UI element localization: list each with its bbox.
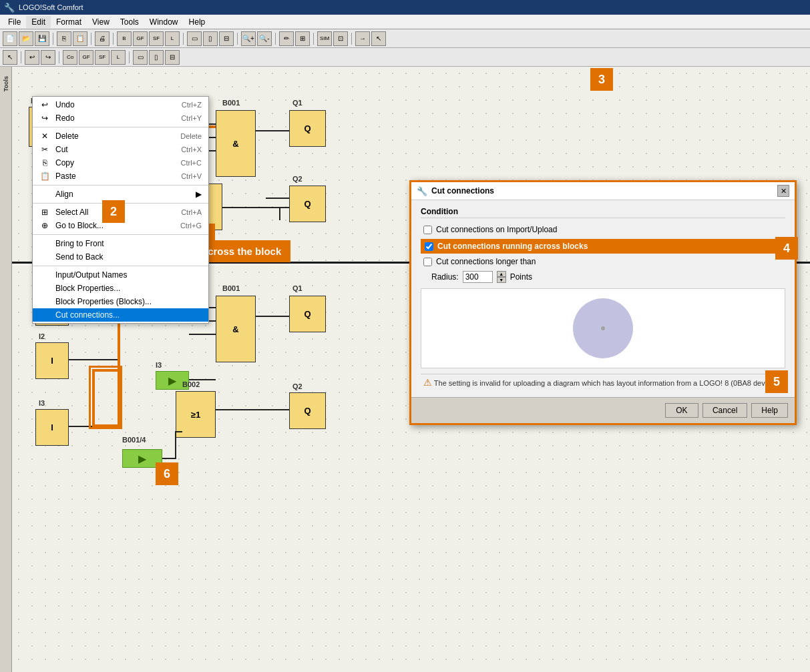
tb-copy[interactable]: ⎘: [57, 31, 71, 46]
tb-arrow[interactable]: →: [355, 31, 370, 46]
menu-view[interactable]: View: [87, 16, 115, 28]
tb-b2[interactable]: GF: [133, 31, 148, 46]
radius-up-button[interactable]: ▲: [497, 271, 506, 277]
tb2-co[interactable]: Co: [63, 50, 77, 65]
tb-b1[interactable]: B: [117, 31, 132, 46]
tb-pencil[interactable]: ✏: [279, 31, 294, 46]
help-button[interactable]: Help: [751, 403, 788, 418]
dd-undo-shortcut: Ctrl+Z: [182, 101, 202, 109]
tb-b3[interactable]: SF: [149, 31, 164, 46]
menu-bar: File Edit Format View Tools Window Help: [0, 15, 810, 29]
bot-b001-label: B001: [222, 284, 240, 292]
tb-layout3[interactable]: ⊟: [219, 31, 234, 46]
dd-copy-label: Copy: [55, 158, 176, 167]
dialog-close-button[interactable]: ✕: [777, 185, 789, 197]
dialog-titlebar: 🔧 Cut connections ✕: [411, 182, 795, 200]
bot-b001-4-wire-h: [176, 431, 182, 432]
menu-help[interactable]: Help: [184, 16, 211, 28]
tb-layout1[interactable]: ▭: [187, 31, 202, 46]
badge-3: 3: [590, 68, 613, 91]
dd-undo[interactable]: ↩ Undo Ctrl+Z: [33, 98, 208, 111]
circle-visualization: [421, 288, 785, 368]
dd-send-back[interactable]: Send to Back: [33, 250, 208, 264]
cut-connections-dialog: 🔧 Cut connections ✕ Condition Cut connec…: [409, 180, 797, 425]
dd-undo-label: Undo: [55, 100, 176, 109]
dd-cut[interactable]: ✂ Cut Ctrl+X: [33, 143, 208, 156]
menu-file[interactable]: File: [3, 16, 26, 28]
tb-zoom-in[interactable]: 🔍+: [241, 31, 256, 46]
title-bar: 🔧 LOGO!Soft Comfort: [0, 0, 810, 15]
menu-tools[interactable]: Tools: [115, 16, 144, 28]
option-across-blocks-row: Cut connections running across blocks: [421, 239, 785, 254]
radius-down-button[interactable]: ▼: [497, 277, 506, 283]
menu-window[interactable]: Window: [144, 16, 184, 28]
dd-block-props-blocks[interactable]: Block Properties (Blocks)...: [33, 295, 208, 308]
badge-5: 5: [765, 370, 788, 393]
undo-icon: ↩: [39, 100, 50, 109]
tb2-v2[interactable]: ▯: [149, 50, 164, 65]
ok-button[interactable]: OK: [665, 403, 698, 418]
tb-extra[interactable]: ⊡: [333, 31, 348, 46]
tb-paste[interactable]: 📋: [73, 31, 87, 46]
top-q2-block: Q: [289, 186, 326, 222]
dd-cut-label: Cut: [55, 145, 176, 154]
dd-redo[interactable]: ↪ Redo Ctrl+Y: [33, 111, 208, 125]
dd-cut-shortcut: Ctrl+X: [181, 145, 202, 153]
tb2-sf[interactable]: SF: [95, 50, 110, 65]
bot-b001-4-label: B001/4: [122, 436, 146, 444]
tb-open[interactable]: 📂: [19, 31, 33, 46]
option-longer-than-checkbox[interactable]: [423, 258, 432, 266]
top-q1-label: Q1: [292, 99, 302, 107]
dd-block-props-blocks-label: Block Properties (Blocks)...: [55, 297, 202, 306]
tb2-v3[interactable]: ⊟: [165, 50, 180, 65]
dd-sep-2: [33, 185, 208, 186]
dd-align[interactable]: Align ▶: [33, 188, 208, 201]
dd-cut-connections[interactable]: Cut connections...: [33, 308, 208, 322]
option-import-upload-checkbox[interactable]: [423, 226, 432, 234]
bot-i2-block: I: [35, 342, 69, 379]
option-import-upload-label: Cut connections on Import/Upload: [436, 225, 557, 234]
tb-zoom-out[interactable]: 🔍-: [257, 31, 272, 46]
paste-icon: 📋: [39, 172, 50, 181]
bot-b002-label: B002: [182, 380, 200, 388]
tb2-l[interactable]: L: [111, 50, 126, 65]
top-b002-q2-wire-v: [279, 207, 280, 220]
radius-circle: [573, 298, 633, 358]
radius-label: Radius:: [431, 272, 459, 282]
tb2-v1[interactable]: ▭: [133, 50, 148, 65]
dd-block-props-label: Block Properties...: [55, 284, 202, 293]
dd-block-props[interactable]: Block Properties...: [33, 282, 208, 295]
bot-q1-block: Q: [289, 296, 326, 332]
tb-sim[interactable]: SIM: [317, 31, 332, 46]
dd-paste-shortcut: Ctrl+V: [181, 172, 202, 180]
tb-save[interactable]: 💾: [35, 31, 49, 46]
top-b002-q2-wire2: [266, 198, 289, 199]
tb2-undo[interactable]: ↩: [25, 50, 39, 65]
redo-icon: ↪: [39, 113, 50, 123]
dd-io-names[interactable]: Input/Output Names: [33, 268, 208, 282]
tb-b4[interactable]: L: [165, 31, 180, 46]
dd-copy[interactable]: ⎘ Copy Ctrl+C: [33, 156, 208, 170]
tb-grid[interactable]: ⊞: [295, 31, 310, 46]
menu-format[interactable]: Format: [51, 16, 87, 28]
dd-bring-front[interactable]: Bring to Front: [33, 237, 208, 250]
menu-edit[interactable]: Edit: [26, 16, 51, 28]
align-arrow-icon: ▶: [196, 190, 202, 199]
dd-delete[interactable]: ✕ Delete Delete: [33, 129, 208, 143]
bot-q2-label: Q2: [292, 382, 302, 390]
tb2-select[interactable]: ↖: [3, 50, 17, 65]
tb-print[interactable]: 🖨: [95, 31, 110, 46]
tb-cursor[interactable]: ↖: [371, 31, 386, 46]
cancel-button[interactable]: Cancel: [702, 403, 747, 418]
dd-paste[interactable]: 📋 Paste Ctrl+V: [33, 170, 208, 183]
dd-sep-5: [33, 266, 208, 266]
tb-new[interactable]: 📄: [3, 31, 17, 46]
tb2-redo[interactable]: ↪: [41, 50, 55, 65]
radius-input[interactable]: [463, 271, 493, 283]
dd-cut-connections-label: Cut connections...: [55, 310, 202, 320]
bot-orange-rect: [89, 366, 122, 429]
option-across-blocks-checkbox[interactable]: [425, 242, 433, 251]
dd-bring-front-label: Bring to Front: [55, 239, 202, 248]
tb2-gf[interactable]: GF: [79, 50, 93, 65]
tb-layout2[interactable]: ▯: [203, 31, 218, 46]
